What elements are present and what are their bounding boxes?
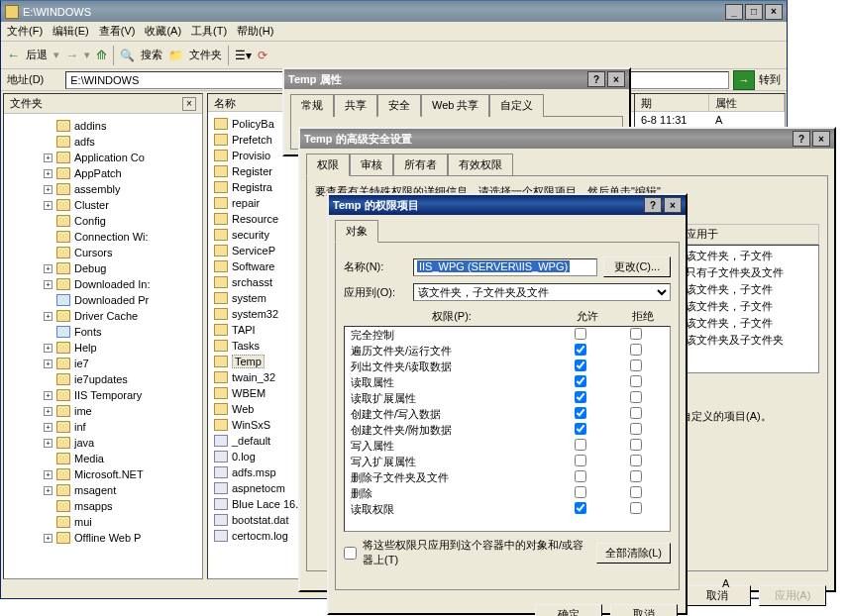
maximize-button[interactable]: □: [745, 4, 763, 20]
deny-checkbox[interactable]: [630, 375, 642, 387]
tab-1[interactable]: 共享: [334, 94, 377, 117]
tree-item[interactable]: +AppPatch: [4, 165, 202, 181]
menu-item[interactable]: 工具(T): [191, 24, 227, 39]
tree-item[interactable]: +Help: [4, 340, 202, 356]
folders-icon[interactable]: 📁: [168, 49, 183, 62]
explorer-titlebar[interactable]: E:\WINDOWS _ □ ×: [1, 1, 787, 22]
properties-tabs[interactable]: 常规共享安全Web 共享自定义: [284, 89, 629, 116]
up-icon[interactable]: ⟰: [96, 48, 107, 62]
applies-item[interactable]: 该文件夹，子文件: [684, 248, 816, 264]
applies-item[interactable]: 该文件夹，子文件: [684, 315, 816, 332]
deny-checkbox[interactable]: [630, 423, 642, 435]
permission-grid[interactable]: 完全控制遍历文件夹/运行文件列出文件夹/读取数据读取属性读取扩展属性创建文件/写…: [344, 326, 671, 532]
allow-checkbox[interactable]: [575, 328, 586, 340]
advanced-tabs[interactable]: 权限审核所有者有效权限: [300, 149, 834, 175]
tree-item[interactable]: +ie7: [4, 356, 202, 371]
deny-checkbox[interactable]: [630, 439, 642, 451]
applies-item[interactable]: 该文件夹及子文件夹: [684, 332, 816, 349]
apply-button[interactable]: 应用(A): [759, 585, 826, 606]
tree-item[interactable]: Fonts: [4, 324, 202, 340]
deny-checkbox[interactable]: [630, 502, 642, 514]
allow-checkbox[interactable]: [575, 470, 586, 482]
tree-item[interactable]: adfs: [4, 134, 202, 150]
allow-checkbox[interactable]: [575, 423, 586, 435]
close-button[interactable]: ×: [765, 4, 783, 20]
tree-item[interactable]: Cursors: [4, 245, 202, 260]
menu-item[interactable]: 查看(V): [99, 24, 136, 39]
tree-item[interactable]: Media: [4, 451, 202, 466]
tree-item[interactable]: +Debug: [4, 260, 202, 276]
tab-0[interactable]: 常规: [290, 94, 334, 117]
tree-item[interactable]: +msagent: [4, 482, 202, 498]
folders-button[interactable]: 文件夹: [189, 48, 222, 62]
folder-tree[interactable]: addinsadfs+Application Co+AppPatch+assem…: [4, 114, 202, 561]
properties-titlebar[interactable]: Temp 属性 ? ×: [284, 69, 629, 89]
tree-item[interactable]: +Cluster: [4, 197, 202, 213]
tree-item[interactable]: +assembly: [4, 181, 202, 197]
tree-item[interactable]: +inf: [4, 419, 202, 435]
tab-2[interactable]: 所有者: [393, 154, 448, 176]
tab-2[interactable]: 安全: [377, 94, 421, 117]
allow-checkbox[interactable]: [575, 502, 586, 514]
applies-item[interactable]: 只有子文件夹及文件: [684, 264, 816, 281]
back-icon[interactable]: ←: [7, 48, 20, 62]
search-icon[interactable]: 🔍: [120, 49, 135, 62]
permission-titlebar[interactable]: Temp 的权限项目 ? ×: [329, 195, 686, 215]
column-date[interactable]: 期: [635, 94, 709, 111]
minimize-button[interactable]: _: [725, 4, 743, 20]
clear-all-button[interactable]: 全部清除(L): [596, 543, 671, 564]
allow-checkbox[interactable]: [575, 455, 586, 466]
deny-checkbox[interactable]: [630, 328, 642, 340]
tree-item[interactable]: +Driver Cache: [4, 308, 202, 324]
tab-3[interactable]: Web 共享: [421, 94, 489, 117]
applies-item[interactable]: 该文件夹，子文件: [684, 298, 816, 315]
menu-item[interactable]: 收藏(A): [145, 24, 181, 39]
allow-checkbox[interactable]: [575, 359, 586, 371]
apply-container-checkbox[interactable]: [344, 547, 357, 560]
go-button[interactable]: →: [733, 70, 755, 90]
tree-item[interactable]: ie7updates: [4, 371, 202, 387]
tab-1[interactable]: 审核: [350, 154, 393, 176]
deny-checkbox[interactable]: [630, 486, 642, 498]
tree-item[interactable]: +java: [4, 435, 202, 451]
forward-icon[interactable]: →: [65, 48, 78, 62]
deny-checkbox[interactable]: [630, 391, 642, 403]
tab-object[interactable]: 对象: [335, 220, 378, 243]
help-button[interactable]: ?: [587, 71, 605, 87]
tab-0[interactable]: 权限: [306, 154, 350, 176]
change-button[interactable]: 更改(C)...: [603, 257, 671, 277]
menu-item[interactable]: 编辑(E): [53, 24, 89, 39]
deny-checkbox[interactable]: [630, 359, 642, 371]
help-button[interactable]: ?: [793, 131, 810, 147]
deny-checkbox[interactable]: [630, 344, 642, 356]
allow-checkbox[interactable]: [575, 391, 586, 403]
deny-checkbox[interactable]: [630, 455, 642, 466]
back-button[interactable]: 后退: [26, 48, 48, 62]
tree-item[interactable]: +Downloaded In:: [4, 276, 202, 292]
close-button[interactable]: ×: [664, 197, 682, 213]
tree-item[interactable]: mui: [4, 514, 202, 530]
tab-3[interactable]: 有效权限: [448, 154, 513, 176]
tree-item[interactable]: Downloaded Pr: [4, 292, 202, 308]
menu-item[interactable]: 文件(F): [7, 24, 43, 39]
tab-4[interactable]: 自定义: [489, 94, 544, 117]
tree-item[interactable]: +IIS Temporary: [4, 387, 202, 403]
tree-item[interactable]: msapps: [4, 498, 202, 514]
allow-checkbox[interactable]: [575, 375, 586, 387]
tree-item[interactable]: +Application Co: [4, 150, 202, 165]
tree-item[interactable]: +Microsoft.NET: [4, 466, 202, 482]
help-button[interactable]: ?: [644, 197, 662, 213]
advanced-titlebar[interactable]: Temp 的高级安全设置 ? ×: [300, 129, 834, 149]
tree-item[interactable]: +ime: [4, 403, 202, 419]
deny-checkbox[interactable]: [630, 470, 642, 482]
search-button[interactable]: 搜索: [141, 48, 162, 62]
ok-button[interactable]: 确定: [535, 604, 602, 616]
allow-checkbox[interactable]: [575, 439, 586, 451]
cancel-button[interactable]: 取消: [610, 604, 678, 616]
tree-item[interactable]: +Offline Web P: [4, 530, 202, 546]
close-button[interactable]: ×: [607, 71, 625, 87]
deny-checkbox[interactable]: [630, 407, 642, 419]
tree-item[interactable]: addins: [4, 118, 202, 134]
view-icon[interactable]: ☰▾: [235, 49, 252, 62]
close-pane-button[interactable]: ×: [182, 97, 196, 111]
